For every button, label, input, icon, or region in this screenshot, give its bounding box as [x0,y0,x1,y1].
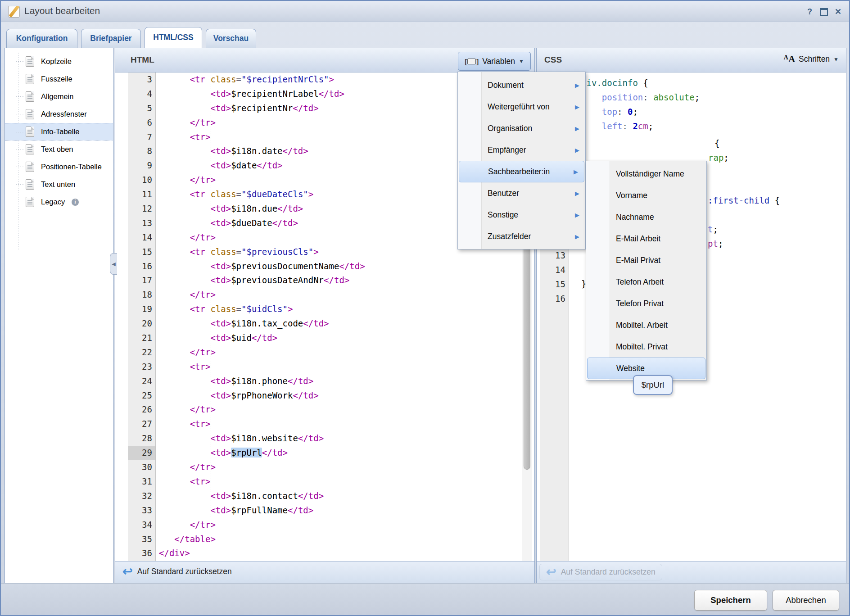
layout-edit-dialog: Layout bearbeiten ? ✕ KonfigurationBrief… [0,0,850,616]
document-icon [26,162,34,172]
line-number: 12 [128,202,155,216]
line-number: 15 [128,245,155,259]
code-line: <td>$i18n.website</td> [159,431,365,446]
code-line [581,148,700,162]
variables-button[interactable]: [] Variablen ▼ [458,52,531,71]
sidebar-item-label: Allgemein [41,92,73,101]
sidebar-item-fusszeile[interactable]: Fusszeile [5,70,113,88]
line-number: 23 [128,360,155,374]
code-line: <td>$i18n.contact</td> [159,489,365,503]
fonts-button[interactable]: AA Schriften ▼ [784,54,839,65]
variable-icon: [] [465,58,479,65]
sidebar-item-allgemein[interactable]: Allgemein [5,88,113,105]
document-icon [26,74,34,84]
menu-item-sachbearbeiter-in[interactable]: Sachbearbeiter:in▶ [459,161,584,182]
sidebar-item-text-unten[interactable]: Text unten [5,176,113,193]
submenu-item-mobiltel-privat[interactable]: Mobiltel. Privat [586,336,706,358]
code-line: <td>$i18n.due</td> [159,202,365,216]
tab-html-css[interactable]: HTML/CSS [145,27,202,48]
sidebar-collapse-handle[interactable]: ◀ [110,253,117,275]
sidebar-item-legacy[interactable]: Legacyi [5,193,113,211]
help-button[interactable]: ? [804,6,815,17]
submenu-item-vollst-ndiger-name[interactable]: Vollständiger Name [586,163,706,185]
line-number: 6 [128,116,155,130]
line-number: 3 [128,72,155,87]
menu-item-label: Sachbearbeiter:in [488,167,550,177]
sidebar-item-info-tabelle[interactable]: Info-Tabelle [5,123,113,140]
menu-item-label: Empfänger [488,145,526,155]
line-number: 33 [128,503,155,518]
submenu-item-e-mail-arbeit[interactable]: E-Mail Arbeit [586,228,706,249]
cancel-button[interactable]: Abbrechen [773,590,839,611]
close-button[interactable]: ✕ [832,6,844,17]
line-number: 30 [128,460,155,475]
line-number: 7 [128,130,155,145]
line-number: 8 [128,144,155,159]
maximize-button[interactable] [818,6,829,17]
line-number: 14 [537,263,569,277]
menu-item-organisation[interactable]: Organisation▶ [458,118,585,139]
code-line: </tr> [159,231,365,245]
css-code-fragment: rap; [708,151,729,165]
submenu-item-nachname[interactable]: Nachname [586,206,706,228]
menu-item-label: E-Mail Privat [616,256,660,265]
line-number: 28 [128,431,155,446]
code-line: </tr> [159,173,365,187]
menu-item-empf-nger[interactable]: Empfänger▶ [458,139,585,161]
document-icon [26,127,34,137]
menu-item-zusatzfelder[interactable]: Zusatzfelder▶ [458,226,585,247]
tree-tick [16,61,24,62]
code-line: <tr> [159,130,365,145]
code-line: <tr class="$uidCls"> [159,302,365,317]
submenu-item-e-mail-privat[interactable]: E-Mail Privat [586,249,706,271]
save-button[interactable]: Speichern [694,590,767,611]
menu-item-benutzer[interactable]: Benutzer▶ [458,182,585,204]
code-line: div.docinfo { [581,76,700,91]
tree-tick [16,184,24,185]
sachbearbeiter-submenu: Vollständiger NameVornameNachnameE-Mail … [586,161,707,380]
menu-item-weitergef-hrt-von[interactable]: Weitergeführt von▶ [458,96,585,118]
menu-item-dokument[interactable]: Dokument▶ [458,74,585,96]
variable-tooltip: $rpUrl [633,375,673,395]
submenu-arrow-icon: ▶ [575,147,579,154]
submenu-arrow-icon: ▶ [575,104,579,110]
sidebar-item-kopfzeile[interactable]: Kopfzeile [5,53,113,70]
tab-briefpapier[interactable]: Briefpapier [81,29,141,48]
submenu-item-mobiltel-arbeit[interactable]: Mobiltel. Arbeit [586,314,706,336]
sidebar-item-text-oben[interactable]: Text oben [5,140,113,158]
menu-item-label: Vorname [616,191,647,200]
menu-item-sonstige[interactable]: Sonstige▶ [458,204,585,226]
code-line: </tr> [159,518,365,532]
submenu-item-vorname[interactable]: Vorname [586,185,706,206]
sidebar-item-positionen-tabelle[interactable]: Positionen-Tabelle [5,158,113,176]
menu-item-label: Organisation [488,124,532,133]
dialog-title: Layout bearbeiten [24,5,100,16]
line-number: 35 [128,532,155,547]
css-code-fragment: :first-child { [708,194,780,208]
pencil-icon [8,6,20,18]
html-code: <tr class="$recipientNrCls"> <td>$recipi… [159,72,365,561]
css-reset-button-disabled[interactable]: ↩ Auf Standard zurücksetzen [539,564,662,580]
submenu-item-telefon-privat[interactable]: Telefon Privat [586,293,706,314]
document-icon [26,144,34,154]
line-number: 21 [128,331,155,345]
line-number: 17 [128,273,155,288]
line-number: 25 [128,389,155,403]
tab-vorschau[interactable]: Vorschau [206,29,256,48]
css-panel-footer: ↩ Auf Standard zurücksetzen [537,561,846,584]
tab-konfiguration[interactable]: Konfiguration [6,29,77,48]
code-line: <td>$rpPhoneWork</td> [159,389,365,403]
html-panel-header: HTML [] Variablen ▼ [115,48,534,72]
submenu-arrow-icon: ▶ [575,125,579,132]
menu-item-label: E-Mail Arbeit [616,234,660,244]
submenu-item-telefon-arbeit[interactable]: Telefon Arbeit [586,271,706,293]
title-bar: Layout bearbeiten ? ✕ [1,1,849,22]
document-icon [26,197,34,207]
html-reset-button[interactable]: ↩ Auf Standard zurücksetzen [122,566,232,578]
submenu-arrow-icon: ▶ [575,233,579,240]
line-number: 31 [128,475,155,489]
line-number: 13 [128,216,155,231]
fonts-icon: AA [784,54,795,65]
sidebar-item-adressfenster[interactable]: Adressfenster [5,105,113,123]
undo-icon: ↩ [122,566,133,578]
